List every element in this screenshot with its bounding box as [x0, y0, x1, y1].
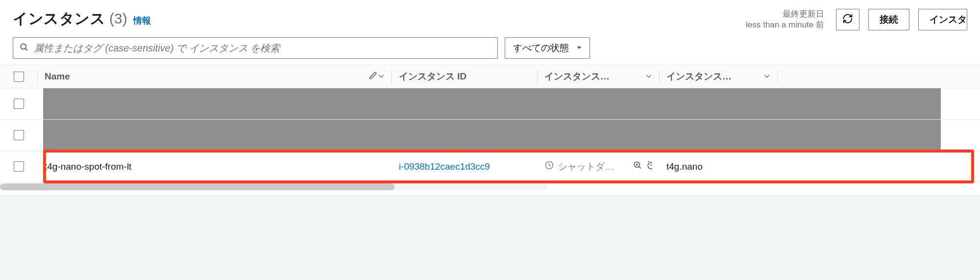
last-updated-label: 最終更新日	[746, 9, 824, 20]
redacted-block	[43, 88, 941, 119]
svg-line-9	[648, 161, 649, 162]
col-header-id[interactable]: インスタンス ID	[392, 65, 537, 88]
cell-type: t4g.nano	[660, 151, 777, 182]
instance-count: (3)	[109, 10, 127, 27]
connect-button[interactable]: 接続	[868, 9, 909, 30]
details-panel-placeholder	[0, 195, 980, 280]
col-header-state[interactable]: インスタンス…	[538, 65, 659, 88]
title-block: インスタンス (3) 情報	[13, 9, 151, 29]
redacted-block	[43, 120, 941, 151]
cell-name: t4g-nano-spot-from-lt	[38, 151, 392, 182]
last-updated: 最終更新日 less than a minute 前	[746, 9, 824, 30]
filter-row: すべての状態	[0, 37, 980, 65]
col-header-type-label: インスタンス…	[666, 70, 763, 83]
zoom-plus-icon[interactable]	[633, 160, 642, 173]
table-header: Name インスタンス ID インスタンス…	[0, 65, 980, 88]
caret-down-icon	[576, 43, 583, 53]
search-wrap[interactable]	[13, 37, 498, 59]
info-link[interactable]: 情報	[133, 15, 151, 26]
page-header: インスタンス (3) 情報 最終更新日 less than a minute 前…	[0, 0, 980, 37]
col-header-name[interactable]: Name	[38, 65, 392, 88]
table-body: t4g-nano-spot-from-lt i-0938b12caec1d3cc…	[0, 88, 980, 182]
sort-icon[interactable]	[763, 71, 770, 82]
sort-icon[interactable]	[378, 71, 385, 82]
instance-state-button[interactable]: インスタ	[918, 9, 967, 30]
refresh-button[interactable]	[836, 9, 859, 30]
select-all-checkbox[interactable]	[14, 72, 24, 82]
col-header-name-label: Name	[45, 71, 369, 82]
state-filter-label: すべての状態	[513, 42, 569, 54]
svg-line-4	[639, 167, 641, 169]
col-header-state-label: インスタンス…	[544, 70, 645, 83]
row-checkbox[interactable]	[14, 130, 24, 140]
col-header-type[interactable]: インスタンス…	[660, 65, 777, 88]
clock-icon	[544, 160, 554, 173]
col-header-id-label: インスタンス ID	[399, 70, 530, 83]
alarm-icon[interactable]	[646, 160, 652, 173]
page-title: インスタンス	[13, 9, 105, 29]
sort-icon[interactable]	[645, 71, 652, 82]
table-row[interactable]: t4g-nano-spot-from-lt i-0938b12caec1d3cc…	[0, 151, 980, 182]
row-checkbox[interactable]	[14, 99, 24, 109]
cell-state: シャットダ…	[538, 151, 659, 182]
table-row[interactable]	[0, 120, 980, 151]
cell-instance-id[interactable]: i-0938b12caec1d3cc9	[392, 151, 537, 182]
search-input[interactable]	[34, 43, 491, 54]
cell-state-text: シャットダ…	[558, 160, 629, 173]
search-icon	[19, 42, 29, 54]
horizontal-scrollbar[interactable]	[0, 183, 548, 190]
scrollbar-thumb[interactable]	[0, 183, 394, 190]
last-updated-value: less than a minute 前	[746, 20, 824, 30]
table-row[interactable]	[0, 88, 980, 120]
col-divider	[777, 70, 778, 83]
svg-line-1	[25, 48, 27, 50]
row-checkbox[interactable]	[14, 161, 24, 172]
instances-table: Name インスタンス ID インスタンス…	[0, 65, 980, 190]
state-filter-select[interactable]: すべての状態	[505, 37, 590, 59]
refresh-icon	[842, 13, 853, 26]
pencil-icon[interactable]	[369, 71, 378, 82]
select-all-cell[interactable]	[0, 65, 37, 88]
